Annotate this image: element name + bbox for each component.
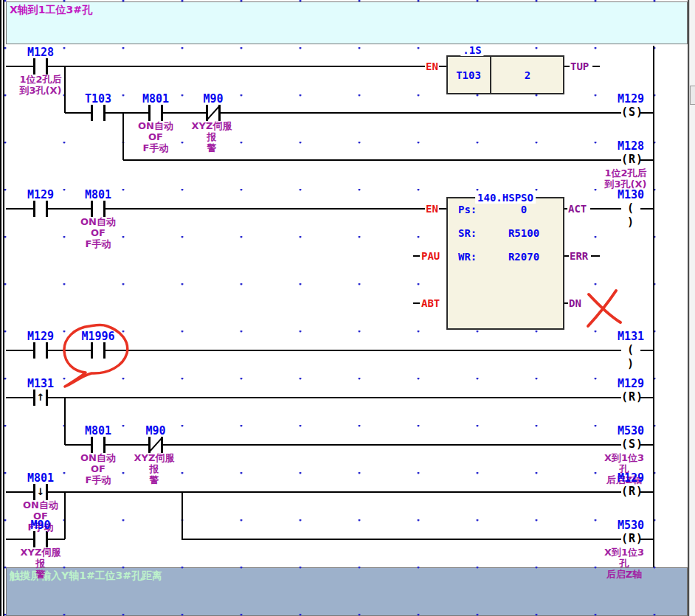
wire-segment bbox=[6, 397, 621, 398]
device-comment: XYZ伺服报警 bbox=[16, 547, 65, 580]
wire-segment bbox=[640, 350, 654, 351]
fb-param-value[interactable]: R2070 bbox=[483, 251, 564, 263]
contact-bar bbox=[103, 342, 106, 359]
device-name: M128 bbox=[27, 46, 54, 59]
device-comment: XYZ伺服报警 bbox=[187, 120, 236, 153]
pin-TUP: TUP bbox=[570, 60, 589, 72]
wire-segment bbox=[413, 255, 420, 257]
device-comment: ON自动OFF手动 bbox=[131, 120, 180, 153]
contact-bar bbox=[161, 105, 163, 121]
contact-M801-falling-edge[interactable]: ↓ bbox=[33, 484, 48, 500]
wire-segment bbox=[592, 66, 600, 67]
wire-segment bbox=[122, 112, 124, 160]
contact-T103[interactable] bbox=[91, 105, 106, 121]
contact-bar bbox=[46, 531, 48, 547]
vertical-scrollbar[interactable] bbox=[689, 0, 695, 616]
network-comment-bottom-selected[interactable]: 触摸屏输入Y轴1#工位3#孔距离 bbox=[6, 567, 688, 616]
pin-ERR: ERR bbox=[569, 250, 589, 262]
pin-EN: EN bbox=[425, 60, 439, 72]
wire-segment bbox=[591, 255, 600, 257]
device-name: M128 bbox=[618, 139, 644, 153]
fb-param-value[interactable]: 0 bbox=[483, 204, 564, 215]
contact-M90-nc[interactable] bbox=[206, 105, 221, 121]
wire-segment bbox=[181, 491, 183, 540]
coil-M530-set[interactable]: (S) bbox=[621, 437, 640, 452]
wire-segment bbox=[6, 208, 446, 210]
scrollbar-thumb[interactable] bbox=[690, 86, 695, 105]
device-name: M90 bbox=[30, 519, 50, 532]
device-name: M131 bbox=[618, 330, 644, 343]
coil-M530-reset[interactable]: (R) bbox=[621, 532, 640, 547]
device-name: M131 bbox=[27, 377, 54, 390]
device-comment: X到1位3孔后启Z轴 bbox=[600, 547, 649, 580]
wire-segment bbox=[6, 491, 621, 493]
contact-M129[interactable] bbox=[33, 201, 48, 217]
contact-M90-nc[interactable] bbox=[148, 437, 163, 453]
annotation-x-mark bbox=[588, 291, 620, 326]
timer-preset-value[interactable]: 2 bbox=[492, 69, 563, 81]
contact-bar bbox=[33, 342, 35, 359]
network-comment-top[interactable]: X轴到1工位3#孔 bbox=[6, 1, 688, 44]
wire-segment bbox=[6, 66, 446, 67]
contact-bar bbox=[103, 201, 106, 217]
device-name: M801 bbox=[142, 92, 169, 105]
pin-DN: DN bbox=[568, 297, 582, 309]
contact-bar bbox=[46, 58, 48, 75]
device-name: M129 bbox=[27, 330, 54, 343]
left-power-rail bbox=[0, 0, 1, 616]
coil-M129-reset[interactable]: (R) bbox=[621, 485, 640, 499]
right-power-rail bbox=[653, 46, 654, 567]
network-comment-top-text: X轴到1工位3#孔 bbox=[10, 4, 92, 15]
contact-bar bbox=[148, 105, 151, 121]
fb-param-key: Ps: bbox=[458, 204, 477, 215]
device-name: M530 bbox=[618, 424, 644, 437]
contact-M90[interactable] bbox=[33, 531, 48, 547]
contact-M801[interactable] bbox=[91, 437, 106, 453]
device-comment: 1位2孔后到3孔(X) bbox=[601, 167, 650, 190]
wire-segment bbox=[64, 397, 66, 445]
coil-M131[interactable]: ( ) bbox=[621, 343, 640, 358]
contact-bar bbox=[103, 105, 106, 121]
fb-param-value[interactable]: R5100 bbox=[483, 227, 564, 239]
device-name: M801 bbox=[27, 471, 54, 485]
contact-bar bbox=[33, 58, 35, 75]
contact-bar bbox=[46, 342, 48, 359]
timer-time-base: .1S bbox=[460, 44, 483, 56]
function-block-title: 140.HSPSO bbox=[475, 192, 536, 204]
contact-M129[interactable] bbox=[33, 342, 48, 359]
device-name: M1996 bbox=[81, 330, 114, 343]
contact-bar bbox=[91, 437, 93, 453]
contact-M801[interactable] bbox=[91, 201, 106, 217]
device-name: M801 bbox=[85, 424, 111, 437]
contact-bar bbox=[103, 437, 106, 453]
pin-PAU: PAU bbox=[421, 250, 440, 262]
contact-bar bbox=[33, 201, 35, 217]
contact-M128[interactable] bbox=[33, 58, 48, 75]
contact-bar bbox=[33, 531, 35, 547]
device-name: M129 bbox=[618, 471, 644, 485]
contact-M801[interactable] bbox=[148, 105, 163, 121]
rising-edge-icon: ↑ bbox=[33, 390, 48, 406]
wire-segment bbox=[640, 208, 654, 210]
device-name: M129 bbox=[618, 377, 644, 390]
coil-M130[interactable]: ( ) bbox=[621, 201, 640, 216]
left-power-rail-inner bbox=[3, 0, 4, 616]
coil-M129-reset[interactable]: (R) bbox=[621, 390, 640, 405]
contact-M131-rising-edge[interactable]: ↑ bbox=[33, 390, 48, 406]
coil-M129-set[interactable]: (S) bbox=[621, 105, 640, 120]
ladder-editor-window: X轴到1工位3#孔 触摸屏输入Y轴1#工位3#孔距离 M128 bbox=[0, 0, 695, 616]
coil-M128-reset[interactable]: (R) bbox=[621, 153, 640, 167]
device-name: M129 bbox=[618, 92, 644, 105]
pin-EN: EN bbox=[425, 203, 439, 215]
device-name: M530 bbox=[618, 519, 644, 532]
wire-segment bbox=[590, 208, 621, 210]
device-name: M129 bbox=[27, 188, 54, 201]
pin-ACT: ACT bbox=[567, 203, 587, 215]
device-name: M90 bbox=[145, 424, 165, 437]
device-name: M130 bbox=[618, 188, 644, 201]
pin-ABT: ABT bbox=[421, 297, 440, 309]
device-comment: ON自动OFF手动 bbox=[74, 452, 122, 485]
contact-M1996[interactable] bbox=[91, 342, 106, 359]
function-block-HSPSO[interactable] bbox=[446, 197, 564, 330]
contact-bar bbox=[91, 201, 93, 217]
